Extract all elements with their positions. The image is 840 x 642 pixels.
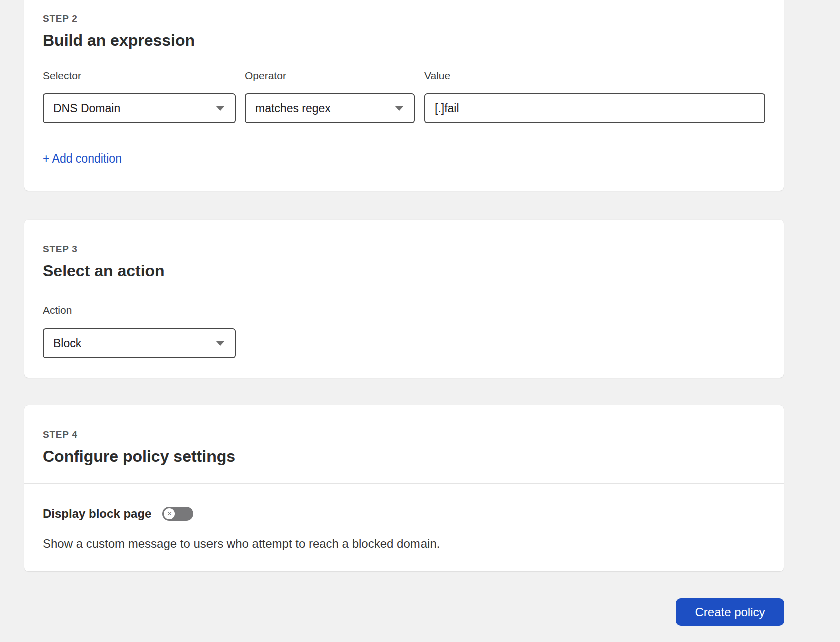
step4-title: Configure policy settings	[43, 446, 765, 466]
step4-settings: Display block page ✕ Show a custom messa…	[24, 484, 784, 571]
caret-down-icon	[216, 106, 225, 111]
action-dropdown-value: Block	[53, 337, 81, 350]
block-page-description: Show a custom message to users who attem…	[43, 536, 765, 551]
caret-down-icon	[216, 341, 225, 346]
step4-card: STEP 4 Configure policy settings Display…	[24, 405, 784, 571]
create-policy-button[interactable]: Create policy	[676, 598, 784, 626]
step3-title: Select an action	[43, 261, 765, 281]
value-field: Value	[424, 69, 765, 123]
step4-label: STEP 4	[43, 429, 765, 440]
add-condition-link[interactable]: + Add condition	[43, 151, 122, 166]
action-dropdown[interactable]: Block	[43, 328, 236, 358]
selector-label: Selector	[43, 69, 236, 82]
selector-field: Selector DNS Domain	[43, 69, 236, 123]
form-footer: Create policy	[0, 598, 840, 626]
value-label: Value	[424, 69, 765, 82]
display-block-page-label: Display block page	[43, 506, 151, 521]
step2-card: STEP 2 Build an expression Selector DNS …	[24, 0, 784, 191]
step2-title: Build an expression	[43, 30, 765, 50]
step3-card: STEP 3 Select an action Action Block	[24, 220, 784, 378]
x-circle-icon: ✕	[164, 508, 175, 519]
block-page-toggle-row: Display block page ✕	[43, 506, 765, 521]
selector-dropdown-value: DNS Domain	[53, 102, 120, 115]
operator-field: Operator matches regex	[245, 69, 415, 123]
step4-header: STEP 4 Configure policy settings	[24, 405, 784, 483]
step3-label: STEP 3	[43, 243, 765, 255]
operator-dropdown-value: matches regex	[255, 102, 331, 115]
operator-label: Operator	[245, 69, 415, 82]
display-block-page-toggle[interactable]: ✕	[162, 507, 193, 521]
selector-dropdown[interactable]: DNS Domain	[43, 93, 236, 123]
expression-fields-row: Selector DNS Domain Operator matches reg…	[43, 69, 765, 123]
value-input[interactable]	[424, 93, 765, 123]
caret-down-icon	[395, 106, 404, 111]
step2-label: STEP 2	[43, 13, 765, 24]
action-label: Action	[43, 304, 236, 317]
operator-dropdown[interactable]: matches regex	[245, 93, 415, 123]
action-field: Action Block	[43, 304, 236, 358]
